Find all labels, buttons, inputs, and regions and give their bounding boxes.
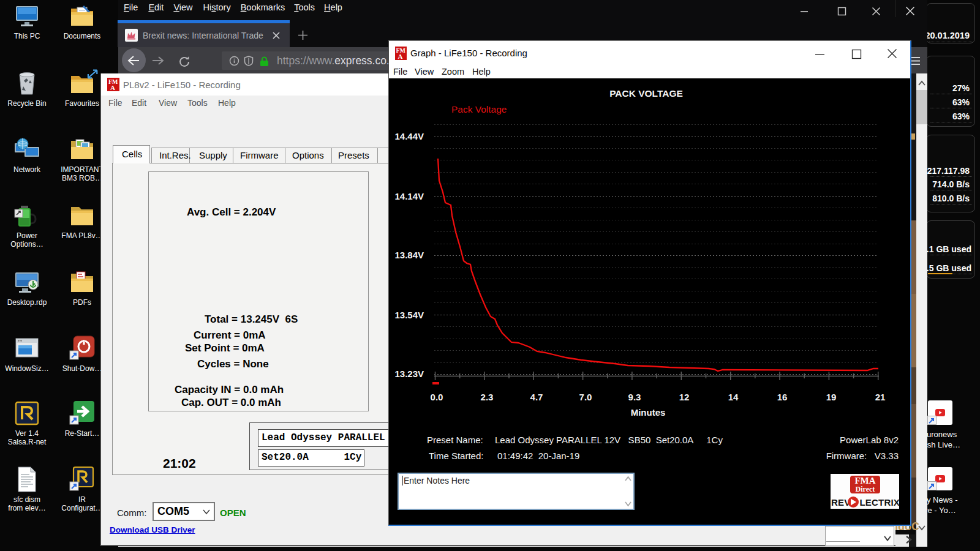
svg-text:7.0: 7.0 (579, 392, 592, 402)
svg-text:14: 14 (728, 392, 739, 402)
svg-text:13.54V: 13.54V (394, 310, 424, 320)
svg-text:14.14V: 14.14V (394, 191, 424, 201)
svg-text:Time Started:: Time Started: (429, 451, 483, 461)
svg-text:Minutes: Minutes (631, 407, 666, 418)
svg-text:12: 12 (679, 392, 690, 402)
svg-text:13.23V: 13.23V (394, 369, 424, 379)
svg-text:A: A (110, 84, 115, 91)
svg-text:Firmware: V3.33: Firmware: V3.33 (826, 451, 899, 461)
svg-text:Pack Voltage: Pack Voltage (451, 104, 507, 114)
svg-text:13.84V: 13.84V (394, 250, 424, 260)
svg-text:A: A (398, 53, 403, 60)
svg-text:Preset Name:: Preset Name: (427, 435, 483, 445)
svg-text:19: 19 (826, 392, 837, 402)
svg-text:4.7: 4.7 (530, 392, 543, 402)
svg-text:PowerLab 8v2: PowerLab 8v2 (840, 435, 899, 445)
svg-text:9.3: 9.3 (628, 392, 641, 402)
svg-text:16: 16 (777, 392, 788, 402)
svg-text:Lead Odyssey PARALLEL 12V SB: Lead Odyssey PARALLEL 12V SB50 Set20.0A … (495, 435, 723, 445)
svg-text:21: 21 (875, 392, 886, 402)
svg-text:PACK VOLTAGE: PACK VOLTAGE (609, 88, 683, 99)
svg-text:2.3: 2.3 (481, 392, 494, 402)
svg-text:01:49:42 20-Jan-19: 01:49:42 20-Jan-19 (497, 451, 579, 461)
svg-text:14.44V: 14.44V (394, 131, 424, 141)
svg-text:0.0: 0.0 (431, 392, 443, 402)
